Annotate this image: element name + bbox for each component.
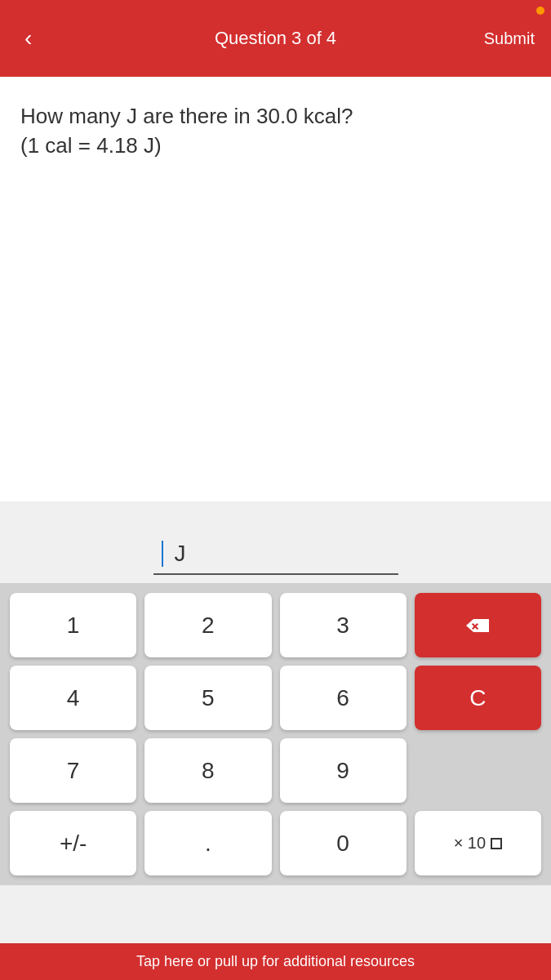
backspace-button[interactable] bbox=[415, 593, 541, 657]
submit-button[interactable]: Submit bbox=[484, 29, 535, 48]
clear-button[interactable]: C bbox=[415, 666, 541, 730]
unit-label: J bbox=[175, 541, 186, 567]
key-x10[interactable]: × 10 bbox=[415, 811, 541, 875]
text-cursor bbox=[162, 541, 163, 567]
key-6[interactable]: 6 bbox=[280, 666, 407, 730]
question-area: How many J are there in 30.0 kcal?(1 cal… bbox=[0, 77, 551, 501]
input-display[interactable]: J bbox=[153, 534, 398, 575]
key-plusminus[interactable]: +/- bbox=[10, 811, 136, 875]
key-4[interactable]: 4 bbox=[10, 666, 136, 730]
key-3[interactable]: 3 bbox=[280, 593, 407, 657]
key-9[interactable]: 9 bbox=[280, 738, 407, 803]
x10-label: × 10 bbox=[454, 834, 486, 853]
key-decimal[interactable]: . bbox=[144, 811, 271, 875]
bottom-banner[interactable]: Tap here or pull up for additional resou… bbox=[0, 943, 551, 980]
empty-cell bbox=[415, 738, 541, 803]
header: ‹ Question 3 of 4 Submit bbox=[0, 0, 551, 77]
clear-label: C bbox=[469, 685, 486, 711]
back-button[interactable]: ‹ bbox=[16, 17, 40, 60]
key-2[interactable]: 2 bbox=[144, 593, 271, 657]
exponent-box bbox=[491, 838, 502, 849]
question-counter: Question 3 of 4 bbox=[215, 28, 336, 49]
key-1[interactable]: 1 bbox=[10, 593, 136, 657]
input-display-area: J bbox=[0, 501, 551, 583]
key-0[interactable]: 0 bbox=[280, 811, 407, 875]
keypad: 1 2 3 4 5 6 C 7 8 9 +/- . 0 × 10 bbox=[0, 583, 551, 885]
input-field-container: J bbox=[0, 518, 551, 583]
notification-dot bbox=[536, 7, 544, 15]
key-7[interactable]: 7 bbox=[10, 738, 136, 803]
question-text: How many J are there in 30.0 kcal?(1 cal… bbox=[20, 101, 531, 161]
key-5[interactable]: 5 bbox=[144, 666, 271, 730]
backspace-icon bbox=[464, 616, 491, 635]
key-8[interactable]: 8 bbox=[144, 738, 271, 803]
bottom-banner-text: Tap here or pull up for additional resou… bbox=[136, 953, 415, 969]
